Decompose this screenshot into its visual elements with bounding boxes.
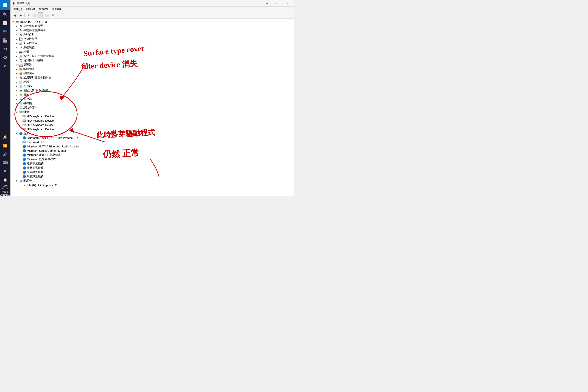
tree-node-camera[interactable]: ▶ 📷 相機 — [10, 50, 294, 54]
devmgr-icon[interactable]: ⚙ — [0, 62, 10, 70]
tree-node-bt9[interactable]: 🔵 裝置識別服務 — [10, 170, 294, 174]
menu-view[interactable]: 檢視(V) — [38, 7, 50, 12]
device-tree[interactable]: ▼ 💻 DESKTOP-7DRFCF3 ▶ ⚙ 人性化介面裝置 ▶ 👁 生物特徵… — [10, 19, 294, 196]
tree-node-display[interactable]: ▼ 🖥 顯示卡 — [10, 178, 294, 183]
tree-node-bt4[interactable]: 🔵 Microsoft Sculpt Comfort Mouse — [10, 148, 294, 153]
root-expand-icon: ▼ — [12, 20, 15, 24]
tree-node-system[interactable]: ▶ ⚙ 系統裝置 — [10, 45, 294, 50]
expand-icon — [18, 140, 22, 144]
tree-node-personalize[interactable]: ▶ ⚙ 人性化介面裝置 — [10, 24, 294, 28]
tree-node-softdev[interactable]: ▶ 📦 軟體裝置 — [10, 71, 294, 76]
tree-node-bt5[interactable]: 🔵 Microsoft 藍牙 LE 列舉程式 — [10, 153, 294, 157]
tree-node-hid1[interactable]: ⌨ HID Keyboard Device — [10, 114, 294, 118]
tree-node-intel[interactable]: 🖥 Intel(R) HD Graphics 620 — [10, 183, 294, 187]
tree-node-cpu[interactable]: ▶ CPU 處理器 — [10, 62, 294, 67]
menu-help[interactable]: 說明(H) — [50, 7, 62, 12]
tree-node-security[interactable]: ▶ 🔐 安全性裝置 — [10, 41, 294, 45]
tree-node-bt10[interactable]: 🔵 裝置識別服務 — [10, 174, 294, 178]
maximize-button[interactable]: □ — [272, 0, 282, 7]
forward-button[interactable]: ▶ — [18, 12, 24, 18]
notification-icon[interactable]: 🔔 — [0, 132, 10, 141]
tree-node-bt2[interactable]: ⌨ Keyboard HID — [10, 140, 294, 144]
bt-icon-2: ⌨ — [22, 140, 26, 144]
tree-node-audio[interactable]: ▶ 🔊 音效、視訊及遊戲控制器 — [10, 54, 294, 58]
keyboard-lang-icon[interactable]: ⌨ — [0, 158, 10, 167]
svg-rect-2 — [4, 5, 5, 7]
tree-node-battery[interactable]: ▶ 🔋 電池 — [10, 93, 294, 97]
tree-node-bluetooth[interactable]: ▼ 🔵 藍牙 — [10, 131, 294, 136]
volume-icon[interactable]: 🔊 — [0, 150, 10, 158]
display-expand-icon: ▼ — [15, 179, 18, 182]
tree-node-storage[interactable]: ▶ 💾 存放控制器 — [10, 37, 294, 41]
svg-rect-0 — [4, 4, 5, 5]
toolbar-btn-4[interactable]: ⬜ — [44, 12, 50, 18]
tree-node-bt7[interactable]: 🔵 服務探索服務 — [10, 162, 294, 166]
tree-node-disk[interactable]: ▶ 💿 磁碟機 — [10, 101, 294, 106]
toolbar-btn-2[interactable]: ⬜ — [32, 12, 38, 18]
shell-icon: ⬜ — [19, 80, 23, 84]
notifications-tray[interactable]: 📋 — [0, 176, 10, 184]
tree-node-bt8[interactable]: 🔵 服務探索服務 — [10, 166, 294, 170]
device-manager-window: ⚙ 裝置管理員 ─ □ ✕ 檔案(F) 動作(A) 檢視(V) 說明(H) ◀ … — [10, 0, 294, 196]
tree-node-hid4[interactable]: ⌨ HID Keyboard Device — [10, 127, 294, 131]
mail-icon[interactable]: ✉ — [0, 45, 10, 53]
show-all-devices-button[interactable]: 🖥 — [26, 12, 32, 18]
back-button[interactable]: ◀ — [12, 12, 18, 18]
close-button[interactable]: ✕ — [282, 0, 292, 7]
search-taskbar-icon[interactable]: 🔍 — [0, 10, 10, 19]
bt-icon-4: 🔵 — [22, 149, 26, 152]
tree-node-monitor[interactable]: ▶ 🖥 監視器 — [10, 97, 294, 101]
start-button[interactable] — [0, 0, 10, 10]
node-label: 安全性裝置 — [24, 41, 38, 45]
expand-icon: ▶ — [15, 89, 18, 92]
audioinout-icon: 🎵 — [19, 58, 23, 62]
node-label: 存放控制器 — [24, 37, 38, 41]
expand-icon: ▶ — [15, 102, 18, 105]
tree-root[interactable]: ▼ 💻 DESKTOP-7DRFCF3 — [10, 20, 294, 24]
tree-node-bt1[interactable]: 🔵 Bluetooth Device (RFCOMM Protocol TDI) — [10, 136, 294, 140]
minimize-button[interactable]: ─ — [262, 0, 272, 7]
wifi-icon[interactable]: 📶 — [0, 141, 10, 150]
battery-icon: 🔋 — [19, 93, 23, 97]
node-label: 生物特徵辨識裝置 — [24, 28, 46, 32]
store-icon[interactable]: 🏪 — [0, 36, 10, 45]
tree-node-network[interactable]: ▶ 📡 網路介面卡 — [10, 106, 294, 110]
edge-icon[interactable] — [0, 28, 10, 36]
expand-icon: ▶ — [15, 42, 18, 45]
tree-node-mouse[interactable]: ▶ 🖱 滑鼠及其他指標裝置 — [10, 88, 294, 93]
tree-node-software[interactable]: ▶ 📦 軟體元件 — [10, 67, 294, 71]
node-label: 人性化介面裝置 — [24, 24, 43, 28]
expand-icon — [18, 145, 22, 148]
tree-node-bt6[interactable]: 🔵 Microsoft 藍牙列舉程式 — [10, 157, 294, 162]
tree-node-hid2[interactable]: ⌨ HID Keyboard Device — [10, 118, 294, 123]
expand-icon — [18, 114, 22, 118]
task-view-icon[interactable]: ⬜ — [0, 19, 10, 28]
tree-node-audioinout[interactable]: ▶ 🎵 音訊輸入與輸出 — [10, 58, 294, 62]
tree-node-shell[interactable]: ▶ ⬜ 韌體 — [10, 80, 294, 84]
language-indicator[interactable]: 英 — [0, 167, 10, 176]
expand-icon: ▶ — [15, 80, 18, 84]
expand-icon — [18, 136, 22, 140]
monitor-icon: 🖥 — [19, 97, 23, 101]
node-label: 音效、視訊及遊戲控制器 — [24, 54, 54, 58]
expand-icon: ▶ — [15, 46, 18, 49]
tree-node-hid3[interactable]: ⌨ HID Keyboard Device — [10, 123, 294, 127]
expand-icon: ▶ — [15, 59, 18, 62]
menu-file[interactable]: 檔案(F) — [12, 7, 24, 12]
photos-icon[interactable]: 🖼 — [0, 53, 10, 62]
node-label: 監視器 — [24, 97, 32, 101]
tree-node-printer[interactable]: ▶ 🖨 列印佇列 — [10, 32, 294, 37]
bt4-label: Microsoft Sculpt Comfort Mouse — [27, 149, 66, 152]
bt-icon-6: 🔵 — [22, 157, 26, 161]
tree-node-sensor[interactable]: ▶ 📡 感應器 — [10, 84, 294, 88]
tree-node-bt3[interactable]: 🔵 Microsoft ISATAP Bluetooth Radio Adapt… — [10, 144, 294, 148]
svg-rect-1 — [5, 4, 7, 5]
toolbar-btn-5[interactable]: 🖥 — [50, 12, 56, 18]
printer-icon: 🖨 — [19, 33, 23, 36]
menu-action[interactable]: 動作(A) — [24, 7, 36, 12]
tree-node-biometric[interactable]: ▶ 👁 生物特徵辨識裝置 — [10, 28, 294, 32]
toolbar-btn-3[interactable]: ⬜ — [38, 12, 44, 18]
display-label: 顯示卡 — [24, 179, 32, 183]
tree-node-keyboard[interactable]: ▼ ⌨ 鍵盤 — [10, 110, 294, 114]
tree-node-comport[interactable]: ▶ 🔌 通用序列匯流排控制器 — [10, 76, 294, 80]
